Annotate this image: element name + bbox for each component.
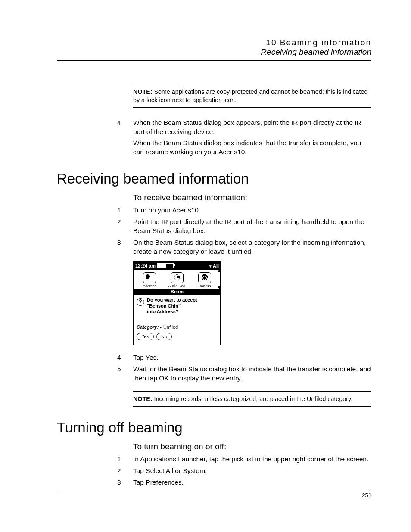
list-number: 1: [117, 206, 133, 215]
list-text: Tap Yes.: [133, 353, 371, 362]
question-icon: ?: [137, 298, 144, 306]
footer-rule: [57, 490, 371, 490]
palm-time: 12:24 am: [135, 263, 156, 268]
list-number: 2: [117, 218, 133, 236]
running-head-section: Receiving beamed information: [57, 47, 371, 57]
palm-category-picklist: All: [209, 263, 219, 268]
page-number: 251: [57, 492, 371, 498]
beam-dialog-title: Beam: [134, 289, 220, 295]
list-item: 5 Wait for the Beam Status dialog box to…: [117, 365, 371, 383]
running-head-chapter: 10 Beaming information: [57, 38, 371, 47]
subheading-turnoff: To turn beaming on or off:: [133, 442, 371, 451]
body-column: NOTE: Some applications are copy-protect…: [117, 84, 371, 159]
list-item: 2 Point the IR port directly at the IR p…: [117, 218, 371, 236]
address-icon: [143, 272, 156, 283]
audio-rec-icon: [171, 272, 184, 283]
palm-launcher-row: Address Audio Rec. Backup: [134, 270, 220, 289]
page: 10 Beaming information Receiving beamed …: [0, 0, 411, 532]
list-item: 3 Tap Preferences.: [117, 478, 371, 487]
category-value: Unfiled: [163, 324, 178, 330]
receive-block: To receive beamed information: 1 Turn on…: [117, 193, 371, 407]
section-heading-turnoff: Turning off beaming: [57, 420, 371, 436]
list-number: 4: [117, 118, 133, 160]
list-item: 2 Tap Select All or System.: [117, 467, 371, 476]
list-item: 4 When the Beam Status dialog box appear…: [117, 118, 371, 160]
turnoff-block: To turn beaming on or off: 1 In Applicat…: [117, 442, 371, 487]
subheading-receive: To receive beamed information:: [133, 193, 371, 202]
turnoff-list: 1 In Applications Launcher, tap the pick…: [117, 455, 371, 487]
list-text: In Applications Launcher, tap the pick l…: [133, 455, 371, 464]
icon-label: Backup: [192, 284, 218, 288]
receive-list-cont: 4 Tap Yes. 5 Wait for the Beam Status di…: [117, 353, 371, 383]
no-button: No: [156, 333, 172, 340]
list-text: Wait for the Beam Status dialog box to i…: [133, 365, 371, 383]
footer: 251: [57, 486, 371, 498]
icon-label: Address: [137, 284, 162, 288]
running-head: 10 Beaming information Receiving beamed …: [57, 38, 371, 57]
list-text: Turn on your Acer s10.: [133, 206, 371, 215]
list-text: On the Beam Status dialog box, select a …: [133, 238, 371, 256]
list-number: 2: [117, 467, 133, 476]
palm-statusbar: 12:24 am All: [134, 262, 220, 270]
scroll-arrows-icon: [218, 270, 220, 289]
list-number: 1: [117, 455, 133, 464]
note-text: Some applications are copy-protected and…: [133, 88, 367, 103]
header-rule: [57, 60, 371, 61]
list-number: 4: [117, 353, 133, 362]
list-item: 1 Turn on your Acer s10.: [117, 206, 371, 215]
list-text: Tap Select All or System.: [133, 467, 371, 476]
yes-button: Yes: [137, 333, 154, 340]
beam-dialog-body: ? Do you want to accept "Benson Chin" in…: [134, 295, 220, 345]
list-text: Point the IR port directly at the IR por…: [133, 218, 371, 236]
note-box-2: NOTE: Incoming records, unless categoriz…: [133, 391, 371, 407]
battery-icon: [157, 263, 174, 268]
icon-label: Audio Rec.: [164, 284, 190, 288]
dropdown-icon: [160, 324, 163, 330]
list-item: 3 On the Beam Status dialog box, select …: [117, 238, 371, 256]
palm-screenshot: 12:24 am All Address Audio Rec. Backup: [133, 261, 221, 345]
list-number: 3: [117, 238, 133, 256]
list-item: 4 Tap Yes.: [117, 353, 371, 362]
continuation-list: 4 When the Beam Status dialog box appear…: [117, 118, 371, 160]
beam-dialog-message: Do you want to accept "Benson Chin" into…: [147, 297, 197, 315]
note-label: NOTE:: [133, 88, 152, 95]
list-number: 3: [117, 478, 133, 487]
receive-list: 1 Turn on your Acer s10. 2 Point the IR …: [117, 206, 371, 256]
note-text: Incoming records, unless categorized, ar…: [154, 395, 352, 402]
backup-icon: [198, 272, 211, 283]
list-item: 1 In Applications Launcher, tap the pick…: [117, 455, 371, 464]
list-number: 5: [117, 365, 133, 383]
section-heading-receiving: Receiving beamed information: [57, 171, 371, 187]
list-text: Tap Preferences.: [133, 478, 371, 487]
note-label: NOTE:: [133, 395, 152, 402]
note-box-1: NOTE: Some applications are copy-protect…: [133, 84, 371, 108]
list-text: When the Beam Status dialog box appears,…: [133, 118, 371, 160]
category-picklist: Category: Unfiled: [137, 324, 218, 330]
